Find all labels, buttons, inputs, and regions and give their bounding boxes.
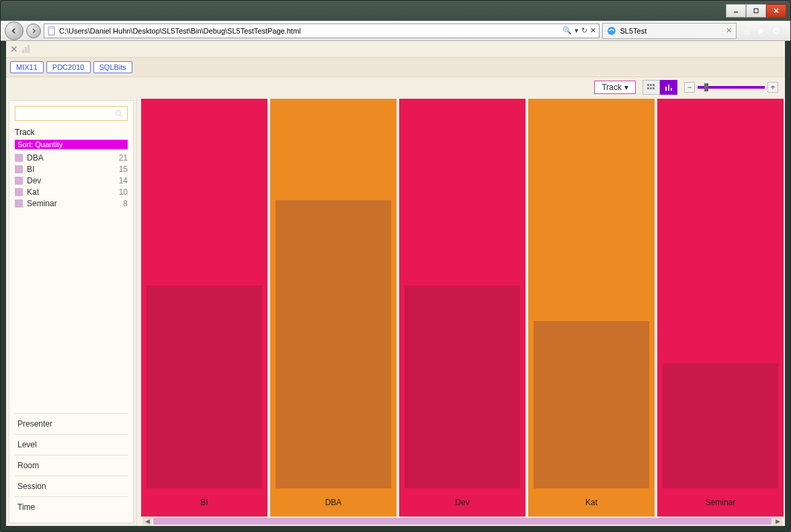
bar-foreground[interactable] (147, 285, 262, 488)
item-count: 14 (119, 176, 128, 185)
tab-close-icon[interactable]: ✕ (726, 26, 732, 35)
scroll-right-icon[interactable]: ▶ (773, 517, 782, 525)
address-bar[interactable]: C:\Users\Daniel Huhn\Desktop\SL5Test\Bin… (44, 24, 599, 38)
home-icon[interactable]: ⌂ (745, 26, 750, 36)
item-label: Dev (27, 176, 119, 185)
list-item[interactable]: Kat10 (15, 187, 128, 197)
sidebar-section[interactable]: Presenter (15, 413, 128, 434)
browser-tab[interactable]: SL5Test ✕ (602, 23, 737, 39)
list-item[interactable]: DBA21 (15, 153, 128, 163)
group-dropdown[interactable]: Track ▾ (594, 81, 636, 94)
horizontal-scrollbar[interactable]: ◀ ▶ (141, 517, 784, 526)
svg-rect-8 (650, 84, 652, 86)
category-title: Track (15, 128, 128, 137)
close-button[interactable] (766, 4, 786, 17)
svg-rect-10 (647, 87, 649, 89)
ie-icon (607, 26, 616, 36)
search-dropdown-icon[interactable]: 🔍 ▾ (563, 26, 578, 35)
item-label: Seminar (27, 199, 123, 208)
item-count: 21 (119, 153, 128, 163)
maximize-button[interactable] (746, 4, 766, 17)
chart-column: Seminar (657, 99, 784, 517)
minimize-button[interactable] (726, 4, 746, 17)
filter-bar: MIX11 PDC2010 SQLBits (6, 57, 785, 77)
browser-navbar: C:\Users\Daniel Huhn\Desktop\SL5Test\Bin… (1, 21, 790, 41)
list-item[interactable]: Dev14 (15, 176, 128, 185)
bar-chart: BIDBADevKatSeminar (141, 99, 784, 517)
clear-icon[interactable]: ✕ (10, 44, 18, 54)
chart-column: Dev (399, 99, 526, 517)
svg-line-17 (120, 115, 122, 117)
chart-column: BI (141, 99, 267, 517)
item-count: 15 (119, 165, 128, 174)
list-item[interactable]: BI15 (15, 165, 128, 174)
bar-view-button[interactable] (660, 80, 677, 95)
item-label: Kat (27, 187, 119, 197)
sidebar-section[interactable]: Level (15, 434, 128, 455)
swatch-icon (15, 154, 23, 162)
bar-foreground[interactable] (663, 363, 778, 488)
search-input[interactable] (15, 106, 128, 121)
svg-rect-15 (671, 88, 672, 91)
chart-label: Kat (528, 488, 655, 517)
stop-icon[interactable]: ✕ (590, 26, 596, 35)
window-titlebar (1, 1, 790, 21)
bar-foreground[interactable] (534, 321, 649, 488)
sort-badge[interactable]: Sort: Quantity (15, 140, 128, 149)
chart-column: DBA (270, 99, 397, 517)
tab-title: SL5Test (620, 27, 647, 35)
back-button[interactable] (5, 21, 24, 40)
bar-foreground[interactable] (276, 200, 391, 488)
mini-chart-icon (22, 45, 30, 53)
item-label: BI (27, 165, 119, 174)
svg-rect-5 (48, 27, 54, 29)
search-icon (115, 109, 123, 118)
zoom-out-button[interactable]: − (684, 82, 695, 93)
zoom-in-button[interactable]: + (767, 82, 778, 93)
svg-rect-11 (650, 87, 652, 89)
item-count: 8 (123, 199, 128, 208)
group-dropdown-label: Track (601, 83, 622, 92)
chart-label: Dev (399, 488, 526, 517)
swatch-icon (15, 188, 23, 196)
sidebar-section[interactable]: Time (15, 496, 128, 517)
filter-pill[interactable]: PDC2010 (46, 61, 91, 73)
grid-view-button[interactable] (642, 80, 660, 95)
item-count: 10 (119, 187, 128, 197)
svg-rect-1 (754, 9, 758, 13)
svg-rect-13 (665, 87, 667, 91)
svg-rect-14 (668, 85, 669, 91)
svg-rect-12 (653, 87, 655, 89)
filter-pill[interactable]: SQLBits (93, 61, 132, 73)
swatch-icon (15, 165, 23, 173)
item-label: DBA (27, 153, 119, 163)
chart-label: BI (141, 488, 267, 517)
sidebar-section[interactable]: Room (15, 455, 128, 476)
zoom-slider[interactable] (698, 86, 765, 89)
filter-pill[interactable]: MIX11 (10, 61, 44, 73)
page-icon (47, 26, 56, 36)
svg-rect-7 (647, 84, 649, 86)
bar-foreground[interactable] (405, 285, 520, 488)
chevron-down-icon: ▾ (624, 83, 628, 92)
swatch-icon (15, 200, 23, 208)
chart-label: DBA (270, 488, 397, 517)
list-item[interactable]: Seminar8 (15, 199, 128, 208)
svg-point-6 (608, 27, 616, 35)
chart-column: Kat (528, 99, 655, 517)
scroll-left-icon[interactable]: ◀ (142, 517, 152, 525)
tools-icon[interactable]: ⚙ (772, 26, 781, 36)
svg-rect-9 (653, 84, 655, 86)
sidebar-section[interactable]: Session (15, 476, 128, 496)
svg-point-16 (116, 111, 121, 116)
forward-button[interactable] (26, 24, 41, 38)
favorites-icon[interactable]: ★ (757, 26, 765, 36)
refresh-icon[interactable]: ↻ (581, 26, 587, 35)
scroll-track[interactable] (153, 518, 772, 525)
url-text: C:\Users\Daniel Huhn\Desktop\SL5Test\Bin… (59, 27, 301, 35)
chart-label: Seminar (657, 488, 784, 517)
swatch-icon (15, 177, 23, 185)
